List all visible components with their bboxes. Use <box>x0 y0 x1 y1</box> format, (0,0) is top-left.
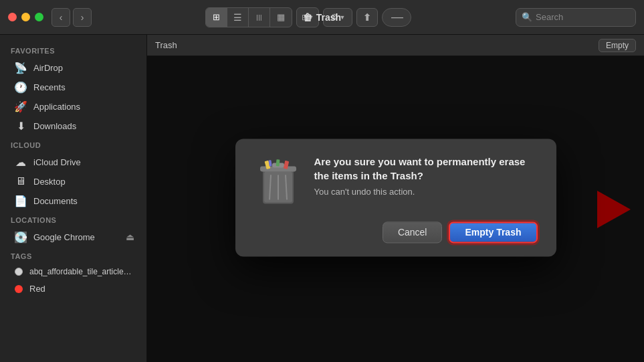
sidebar-item-tag-abq[interactable]: abq_affordable_tile_article_1000x1180 <box>4 264 142 280</box>
tag-dot-white <box>15 268 23 276</box>
content-body: Are you sure you want to permanently era… <box>147 56 644 362</box>
cover-icon: ▦ <box>277 12 285 22</box>
search-icon: 🔍 <box>522 12 532 22</box>
desktop-label: Desktop <box>33 177 66 187</box>
search-box[interactable]: 🔍 Search <box>516 8 636 27</box>
icloud-section-label: iCloud <box>0 136 146 152</box>
sidebar-item-documents[interactable]: 📄 Documents <box>4 191 142 210</box>
downloads-icon: ⬇ <box>15 120 27 132</box>
icloud-drive-icon: ☁ <box>15 156 27 168</box>
share-button[interactable]: ⬆ <box>356 8 378 27</box>
dialog-buttons: Cancel Empty Trash <box>254 221 538 243</box>
dialog-text: Are you sure you want to permanently era… <box>314 155 538 197</box>
gear-chevron-icon: ▼ <box>340 14 346 21</box>
action-button[interactable]: ⚙ ▼ <box>323 8 352 27</box>
documents-label: Documents <box>33 196 78 206</box>
tag-red-label: Red <box>29 284 45 294</box>
chrome-label: Google Chrome <box>33 232 95 242</box>
google-chrome-icon: 💽 <box>15 231 27 243</box>
sidebar: Favorites 📡 AirDrop 🕐 Recents 🚀 Applicat… <box>0 35 147 362</box>
view-columns-button[interactable]: ⫼ <box>249 8 270 27</box>
columns-icon: ⫼ <box>255 12 263 22</box>
svg-rect-8 <box>276 159 280 166</box>
favorites-section-label: Favorites <box>0 41 146 58</box>
confirm-dialog: Are you sure you want to permanently era… <box>235 139 556 256</box>
sidebar-item-downloads[interactable]: ⬇ Downloads <box>4 116 142 135</box>
empty-button[interactable]: Empty <box>599 39 636 52</box>
desktop-icon: 🖥 <box>15 175 27 187</box>
content-header: Trash Empty <box>147 35 644 56</box>
view-cover-button[interactable]: ▦ <box>270 8 292 27</box>
content-area: Trash Empty <box>147 35 644 362</box>
trash-icon-wrap <box>254 155 302 208</box>
dialog-content: Are you sure you want to permanently era… <box>254 155 538 208</box>
nav-buttons: ‹ › <box>51 8 92 27</box>
arrange-chevron-icon: ▼ <box>308 14 314 21</box>
traffic-lights <box>8 13 43 21</box>
icloud-drive-label: iCloud Drive <box>33 157 81 167</box>
sidebar-item-airdrop[interactable]: 📡 AirDrop <box>4 58 142 77</box>
share-icon: ⬆ <box>363 12 371 23</box>
empty-trash-button[interactable]: Empty Trash <box>449 221 537 243</box>
sidebar-item-recents[interactable]: 🕐 Recents <box>4 78 142 96</box>
recents-icon: 🕐 <box>15 81 27 93</box>
main-layout: Favorites 📡 AirDrop 🕐 Recents 🚀 Applicat… <box>0 35 644 362</box>
sidebar-item-google-chrome[interactable]: 💽 Google Chrome ⏏ <box>4 228 142 246</box>
view-icon-button[interactable]: ⊞ <box>206 8 227 27</box>
chrome-row: Google Chrome ⏏ <box>33 232 134 242</box>
cancel-button[interactable]: Cancel <box>383 221 443 243</box>
sidebar-item-icloud-drive[interactable]: ☁ iCloud Drive <box>4 153 142 171</box>
dialog-subtitle: You can't undo this action. <box>314 187 538 197</box>
tags-section-label: Tags <box>0 247 146 263</box>
arrange-button[interactable]: ⊞ ▼ <box>297 8 318 27</box>
airdrop-icon: 📡 <box>15 62 27 74</box>
documents-icon: 📄 <box>15 195 27 207</box>
more-button[interactable]: — <box>382 8 411 27</box>
title-bar: ‹ › 🗑 Trash ⊞ ☰ ⫼ ▦ ⊞ ▼ <box>0 0 644 35</box>
tag-abq-label: abq_affordable_tile_article_1000x1180 <box>29 267 134 276</box>
locations-section-label: Locations <box>0 211 146 227</box>
trash-can-icon <box>259 158 298 205</box>
sidebar-item-tag-red[interactable]: Red <box>4 280 142 297</box>
sidebar-item-applications[interactable]: 🚀 Applications <box>4 97 142 116</box>
eject-icon[interactable]: ⏏ <box>126 232 134 242</box>
view-group: ⊞ ☰ ⫼ ▦ <box>205 7 292 27</box>
airdrop-label: AirDrop <box>33 63 63 73</box>
group-arrange: ⊞ ▼ <box>296 7 319 27</box>
content-header-title: Trash <box>155 40 177 50</box>
sidebar-item-desktop[interactable]: 🖥 Desktop <box>4 172 142 191</box>
maximize-button[interactable] <box>35 13 43 21</box>
forward-button[interactable]: › <box>73 8 92 27</box>
view-list-button[interactable]: ☰ <box>227 8 249 27</box>
dialog-title: Are you sure you want to permanently era… <box>314 155 538 183</box>
toolbar-center: ⊞ ☰ ⫼ ▦ ⊞ ▼ ⚙ ▼ ⬆ — <box>101 7 516 27</box>
tag-dot-red <box>15 285 23 293</box>
minimize-button[interactable] <box>21 13 30 21</box>
search-placeholder: Search <box>536 12 563 22</box>
applications-icon: 🚀 <box>15 100 27 112</box>
close-button[interactable] <box>8 13 17 21</box>
more-icon: — <box>391 10 402 24</box>
arrange-grid-icon: ⊞ <box>302 13 308 22</box>
applications-label: Applications <box>33 102 80 112</box>
list-icon: ☰ <box>233 12 242 23</box>
recents-label: Recents <box>33 82 66 92</box>
downloads-label: Downloads <box>33 121 76 131</box>
back-button[interactable]: ‹ <box>51 8 70 27</box>
gear-icon: ⚙ <box>330 12 338 22</box>
grid-icon: ⊞ <box>213 12 220 22</box>
